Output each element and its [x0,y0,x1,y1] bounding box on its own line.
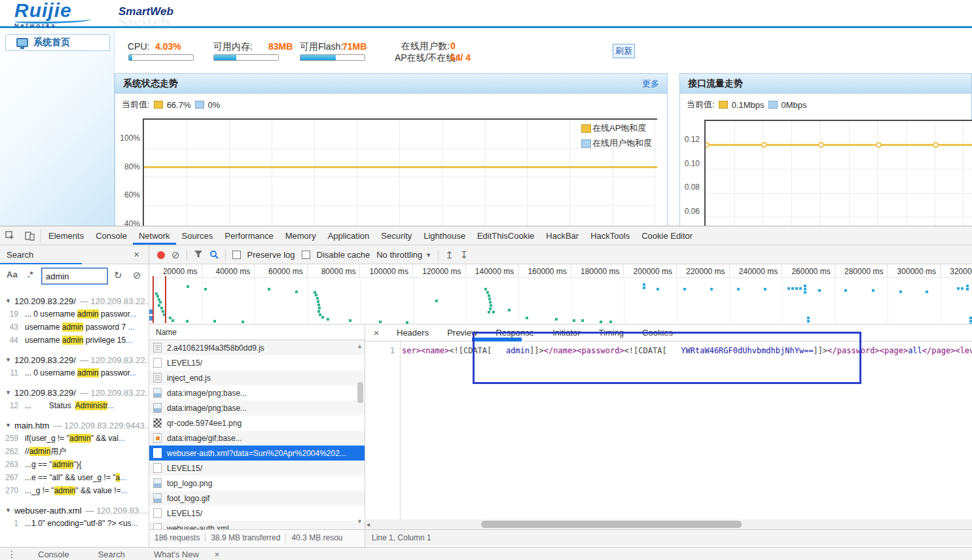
tab-performance[interactable]: Performance [219,226,279,245]
search-input[interactable] [42,268,107,284]
filter-icon[interactable] [194,250,203,260]
sidebar-item-home[interactable]: 系统首页 [5,34,110,51]
tab-console[interactable]: Console [90,226,133,245]
scroll-up-icon[interactable]: ▲ [357,343,363,349]
search-match-row[interactable]: 267...e == "all" && user_g != "a... [0,471,149,484]
waterfall-dot [791,287,794,290]
export-har-icon[interactable]: ↧ [460,250,469,260]
interface-traffic-title: 接口流量走势 [688,78,743,90]
request-row[interactable]: LEVEL15/ [149,355,365,370]
drawer-tab-search[interactable]: Search [84,550,139,559]
disable-cache-checkbox[interactable] [302,251,310,259]
legend-user-label: 在线用户饱和度 [592,137,652,149]
details-tab-initiator[interactable]: Initiator [543,324,590,341]
details-tab-cookies[interactable]: Cookies [633,324,682,341]
search-icon[interactable] [209,250,219,260]
hscroll-thumb[interactable] [481,521,742,528]
refresh-search-icon[interactable]: ↻ [114,270,122,281]
search-group-header[interactable]: ▼120.209.83.229/— 120.209.83.22... [0,353,149,366]
more-link[interactable]: 更多 [642,78,659,90]
request-row[interactable]: top_logo.png [149,476,365,491]
regex-button[interactable]: .* [27,270,33,279]
vertical-scrollbar[interactable] [357,382,363,403]
tab-editthiscookie[interactable]: EditThisCookie [471,226,540,245]
throttling-select[interactable]: No throttling ▼ [376,250,431,260]
scroll-down-icon[interactable]: ▼ [357,518,363,525]
waterfall-dot [969,320,972,323]
search-group-header[interactable]: ▼120.209.83.229/— 120.209.83.22... [0,294,149,307]
search-group-header[interactable]: ▼main.htm— 120.209.83.229:9443... [0,419,149,432]
preserve-log-checkbox[interactable] [232,251,241,259]
request-row[interactable]: LEVEL15/ [149,506,365,521]
tab-hacktools[interactable]: HackTools [585,226,636,245]
search-match-row[interactable]: 1...1.0" encoding="utf-8" ?> <us... [0,517,149,530]
request-row[interactable]: foot_logo.gif [149,491,365,506]
scroll-left-icon[interactable]: ◂ [367,521,370,528]
response-hscrollbar[interactable]: ◂ [365,519,972,529]
close-whats-new-icon[interactable]: × [215,550,220,559]
request-row[interactable]: inject_end.js [149,370,365,385]
timeline-label: 40000 ms [202,264,255,277]
request-row[interactable]: data:image/gif;base... [149,430,365,446]
status-item: 186 requests [149,533,205,542]
close-search-icon[interactable]: × [134,249,139,260]
request-row[interactable]: LEVEL15/ [149,461,365,476]
search-match-row[interactable]: 270..._g != "admin" && value !=... [0,484,149,497]
gridline [272,120,272,226]
request-row[interactable]: data:image/png;base... [149,385,365,400]
tab-sources[interactable]: Sources [176,226,219,245]
waterfall-dot [609,321,612,323]
tab-hackbar[interactable]: HackBar [540,226,585,245]
tab-cookie-editor[interactable]: Cookie Editor [636,226,698,245]
close-details-icon[interactable]: × [365,327,387,338]
network-overview[interactable]: 20000 ms40000 ms60000 ms80000 ms100000 m… [149,264,972,324]
drawer-tab-what-s-new[interactable]: What's New [139,550,213,559]
search-match-row[interactable]: 262//admin用户 [0,445,149,458]
details-tab-timing[interactable]: Timing [590,324,634,341]
match-case-button[interactable]: Aa [7,270,18,279]
search-match-row[interactable]: 12... Status Administr... [0,399,149,412]
search-match-row[interactable]: 44username admin privilege 15... [0,334,149,347]
request-row[interactable]: data:image/png;base... [149,400,365,415]
name-column-header[interactable]: Name [149,324,365,340]
right-ytick-0.12: 0.12 [674,135,700,144]
disable-cache-label: Disable cache [317,250,370,260]
search-match-row[interactable]: 11... 0 username admin passwor... [0,366,149,379]
tab-application[interactable]: Application [322,226,376,245]
search-group-header[interactable]: ▼120.209.83.229/— 120.209.83.22... [0,386,149,399]
site-header: Ruijie Networks Switch SmartWeb [0,0,972,28]
waterfall-dot [526,317,528,319]
traffic-marker [761,142,767,148]
response-code-line[interactable]: ser><name><![CDATA[ admin]]></name><pass… [402,346,972,355]
memory-progressbar [213,54,279,61]
gridline [791,121,792,226]
search-match-row[interactable]: 263...g == "admin"){ [0,458,149,471]
tab-security[interactable]: Security [375,226,418,245]
search-group-header[interactable]: ▼webuser-auth.xml— 120.209.83.... [0,504,149,517]
clear-search-icon[interactable]: ⊘ [133,270,141,281]
tab-lighthouse[interactable]: Lighthouse [418,226,471,245]
request-row[interactable]: qr-code.5974ee1.png [149,415,365,430]
tab-network[interactable]: Network [133,226,176,245]
match-line-number: 44 [0,336,18,345]
triangle-down-icon: ▼ [5,507,11,514]
device-toolbar-icon[interactable] [20,226,39,245]
inspect-element-icon[interactable] [0,226,20,245]
request-row[interactable]: 2.a4106219f4a3f58b0dd9.js [149,340,365,355]
clear-icon[interactable]: ⊘ [171,250,180,260]
search-match-row[interactable]: 43username admin password 7 ... [0,321,149,334]
selection-marker-line [165,276,166,323]
search-match-row[interactable]: 19... 0 username admin passwor... [0,307,149,321]
cpu-progressbar [128,54,194,61]
record-icon[interactable] [157,251,165,259]
import-har-icon[interactable]: ↥ [445,250,454,260]
kebab-menu-icon[interactable]: ⋮ [0,549,24,559]
details-tab-headers[interactable]: Headers [387,324,438,341]
tab-memory[interactable]: Memory [279,226,322,245]
drawer-tab-console[interactable]: Console [24,550,84,559]
search-match-row[interactable]: 259if(user_g != "admin" && val... [0,432,149,445]
refresh-button[interactable]: 刷新 [613,44,635,58]
request-row[interactable]: webuser-auth.xml?data=Sun%20Apr%2004%202… [149,446,365,461]
waterfall-dot [600,321,602,323]
tab-elements[interactable]: Elements [43,226,90,245]
